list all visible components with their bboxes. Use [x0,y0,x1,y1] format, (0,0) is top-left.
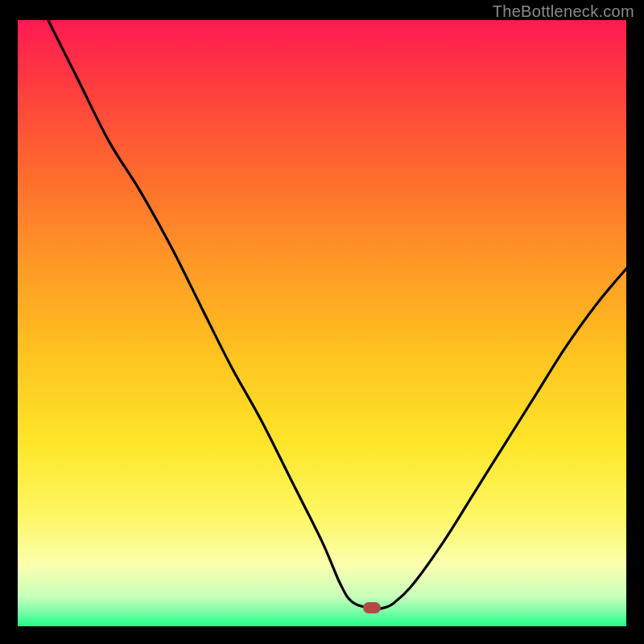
watermark-label: TheBottleneck.com [493,2,634,21]
bottleneck-curve [18,20,626,626]
optimal-marker [363,602,381,613]
chart-container: TheBottleneck.com [0,0,644,644]
plot-area [18,20,626,626]
